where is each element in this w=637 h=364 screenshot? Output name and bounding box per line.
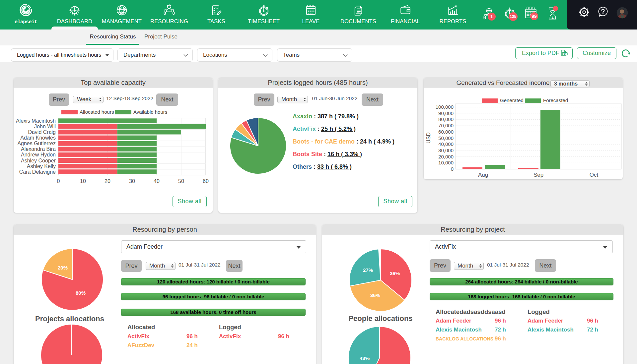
svg-text:Aug: Aug [478, 172, 488, 178]
svg-text:20: 20 [105, 178, 110, 184]
svg-text:50,000: 50,000 [438, 135, 454, 141]
svg-text:Ashley Cooper: Ashley Cooper [21, 158, 56, 163]
svg-text:Adam Knowles: Adam Knowles [20, 135, 56, 141]
svg-text:30: 30 [129, 178, 135, 184]
svg-text:0: 0 [57, 178, 60, 184]
svg-text:David Craig: David Craig [28, 129, 56, 135]
svg-text:PDF: PDF [563, 53, 567, 55]
svg-text:USD: USD [426, 132, 431, 144]
svg-text:100,000: 100,000 [436, 104, 454, 110]
svg-text:60,000: 60,000 [438, 129, 454, 135]
svg-text:80,000: 80,000 [438, 116, 454, 122]
svg-text:0: 0 [451, 166, 454, 172]
svg-text:Agnes Gutierrez: Agnes Gutierrez [17, 141, 56, 146]
svg-text:Cara Delavigne: Cara Delavigne [19, 169, 56, 175]
svg-text:10,000: 10,000 [438, 160, 454, 165]
svg-text:90,000: 90,000 [438, 110, 454, 116]
svg-text:40: 40 [154, 178, 160, 184]
svg-text:50: 50 [178, 178, 184, 184]
svg-text:Sep: Sep [533, 172, 543, 178]
svg-text:70,000: 70,000 [438, 123, 454, 128]
svg-text:30,000: 30,000 [438, 148, 454, 153]
svg-text:20,000: 20,000 [438, 154, 454, 159]
svg-text:Andrew Hydon: Andrew Hydon [21, 152, 56, 157]
svg-text:Ashley Kelly: Ashley Kelly [27, 163, 56, 169]
svg-text:Alexandra Bira: Alexandra Bira [21, 146, 56, 152]
svg-text:Alexis Macintosh: Alexis Macintosh [16, 118, 56, 124]
svg-text:10: 10 [80, 178, 86, 184]
svg-text:Oct: Oct [590, 172, 599, 178]
svg-text:John Will: John Will [34, 124, 56, 129]
svg-text:40,000: 40,000 [438, 141, 454, 147]
svg-text:60: 60 [203, 178, 209, 184]
